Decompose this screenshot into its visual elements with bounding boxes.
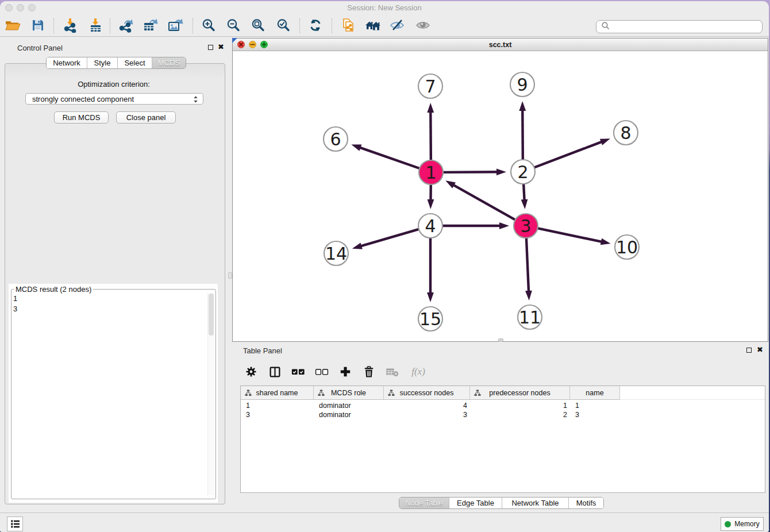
column-header-name[interactable]: name: [570, 386, 620, 400]
graph-edge-arrowhead: [519, 101, 526, 111]
tab-node-table[interactable]: Node Table: [399, 498, 449, 508]
tab-network[interactable]: Network: [47, 57, 87, 68]
control-panel-tab-bar: Network Style Select MCDS: [46, 57, 186, 69]
table-cell: dominator: [314, 410, 384, 419]
graph-edge-arrowhead: [445, 180, 456, 188]
column-header-successor-nodes[interactable]: successor nodes: [384, 386, 470, 400]
tab-mcds[interactable]: MCDS: [152, 57, 186, 68]
show-all-button[interactable]: [413, 17, 433, 36]
graph-edge[interactable]: [359, 147, 421, 169]
function-builder-button[interactable]: f(x): [409, 364, 428, 379]
select-all-button[interactable]: [291, 364, 306, 379]
graph-edge-arrowhead: [600, 238, 611, 245]
graph-edge[interactable]: [537, 228, 603, 242]
table-row[interactable]: 3dominator323: [241, 410, 765, 419]
graph-node-label: 9: [517, 75, 528, 95]
graph-edge-arrowhead: [427, 292, 434, 302]
criterion-dropdown[interactable]: strongly connected component: [25, 93, 203, 105]
graph-edge[interactable]: [526, 237, 529, 293]
zoom-in-button[interactable]: [198, 17, 219, 36]
status-bar: Memory: [0, 512, 769, 532]
graph-edge[interactable]: [442, 172, 499, 172]
toolbar-separator: [110, 18, 110, 33]
column-settings-button[interactable]: [244, 364, 259, 379]
table-body: 1dominator4113dominator323: [241, 401, 765, 419]
graph-edge[interactable]: [533, 141, 603, 168]
table-cell: 3: [384, 410, 470, 419]
search-input[interactable]: [596, 20, 763, 33]
vertical-splitter-grip[interactable]: [228, 272, 232, 279]
mcds-result-list[interactable]: 13: [13, 294, 206, 496]
unchecked-boxes-icon: [315, 367, 329, 377]
control-panel-title: Control Panel: [17, 44, 63, 52]
table-cell: 3: [241, 410, 314, 419]
plus-icon: [340, 366, 351, 377]
close-panel-button[interactable]: Close panel: [116, 111, 176, 124]
table-header-filler: [620, 386, 765, 400]
control-panel-close-icon[interactable]: ✖: [218, 44, 224, 51]
mcds-result-title: MCDS result (2 nodes): [14, 285, 93, 294]
delete-table-button[interactable]: [385, 364, 400, 379]
memory-status-icon: [725, 521, 731, 527]
criterion-value: strongly connected component: [32, 95, 134, 103]
tab-network-table[interactable]: Network Table: [502, 498, 569, 508]
export-table-button[interactable]: [140, 17, 161, 36]
table-panel-float-icon[interactable]: [746, 348, 752, 353]
window-titlebar: Session: New Session: [0, 1, 769, 16]
network-window-titlebar[interactable]: scc.txt: [233, 38, 768, 51]
graph-edge[interactable]: [522, 109, 523, 161]
graph-node-label: 2: [517, 162, 528, 182]
split-view-button[interactable]: [267, 364, 282, 379]
graph-edge-arrowhead: [428, 199, 434, 209]
tab-motifs[interactable]: Motifs: [569, 498, 603, 508]
network-canvas[interactable]: 1234678910111415: [233, 52, 768, 341]
tab-edge-table[interactable]: Edge Table: [449, 498, 502, 508]
column-header-shared-name[interactable]: shared name: [241, 386, 314, 400]
main-toolbar: [0, 16, 769, 37]
graph-node-label: 6: [330, 129, 341, 149]
import-table-button[interactable]: [85, 17, 106, 36]
toolbar-separator: [299, 18, 300, 33]
delete-column-button[interactable]: [361, 364, 376, 379]
import-network-button[interactable]: [60, 17, 80, 36]
graph-edge-arrowhead: [521, 199, 528, 209]
zoom-out-button[interactable]: [223, 17, 244, 36]
open-file-button[interactable]: [2, 17, 23, 36]
column-header-predecessor-nodes[interactable]: predecessor nodes: [470, 386, 570, 400]
save-session-button[interactable]: [28, 17, 48, 36]
clone-network-button[interactable]: [338, 17, 359, 36]
result-scrollbar[interactable]: [207, 293, 214, 495]
add-column-button[interactable]: [338, 364, 353, 379]
export-network-button[interactable]: [116, 17, 137, 36]
table-row[interactable]: 1dominator411: [241, 401, 765, 410]
graph-edge[interactable]: [452, 184, 517, 221]
task-history-button[interactable]: [7, 516, 23, 531]
graph-edge[interactable]: [359, 229, 419, 246]
refresh-view-button[interactable]: [305, 17, 326, 36]
export-image-button[interactable]: [165, 17, 186, 36]
import-table-icon: [88, 18, 103, 35]
graph-node-label: 8: [620, 123, 631, 143]
run-mcds-button[interactable]: Run MCDS: [54, 111, 109, 124]
graph-edge[interactable]: [430, 110, 431, 161]
graph-edge-arrowhead: [351, 145, 361, 151]
hide-selected-button[interactable]: [387, 17, 407, 36]
tree-icon: [474, 390, 481, 398]
tab-select[interactable]: Select: [118, 57, 152, 68]
control-panel-float-icon[interactable]: [208, 45, 213, 50]
export-image-icon: [167, 18, 183, 35]
tab-style[interactable]: Style: [87, 57, 118, 68]
network-resize-grip[interactable]: [498, 338, 503, 342]
column-header-mcds-role[interactable]: MCDS role: [314, 386, 384, 400]
deselect-all-button[interactable]: [314, 364, 329, 379]
graph-edge[interactable]: [523, 183, 525, 202]
table-cell: 2: [470, 410, 570, 419]
first-neighbors-button[interactable]: [363, 17, 383, 36]
memory-button[interactable]: Memory: [721, 517, 764, 531]
table-panel-close-icon[interactable]: ✖: [757, 346, 763, 353]
trash-icon: [363, 366, 375, 378]
zoom-selected-button[interactable]: [273, 17, 294, 36]
result-item: 1: [13, 294, 206, 304]
toolbar-separator: [332, 18, 332, 33]
zoom-fit-button[interactable]: [248, 17, 268, 36]
